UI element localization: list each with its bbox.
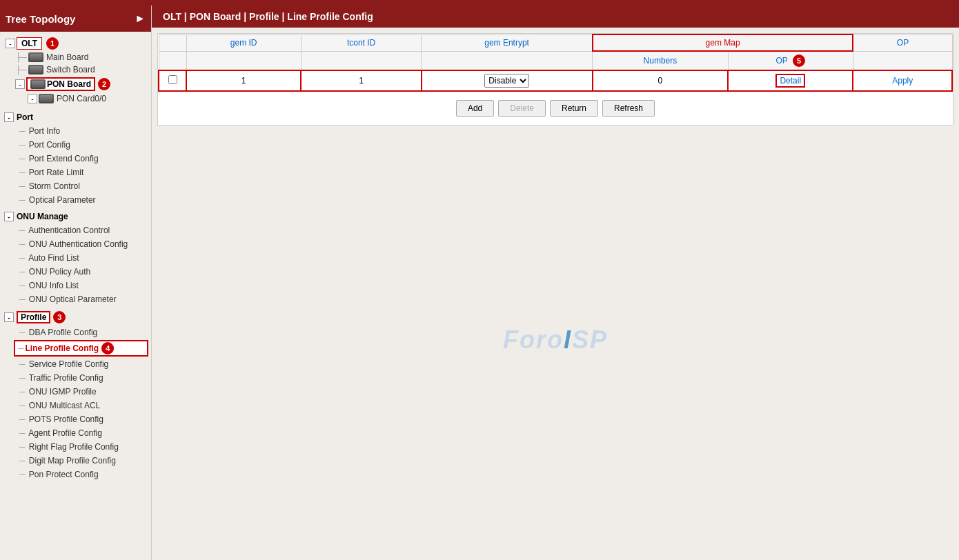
add-button[interactable]: Add: [456, 100, 494, 117]
col-sub-gem-id: [186, 51, 301, 70]
row-gem-id: 1: [186, 70, 301, 91]
pon-card-label: PON Card0/0: [57, 94, 106, 103]
pon-board-label: PON Board: [47, 79, 91, 89]
nav-digit-map-profile-config[interactable]: ─ Digit Map Profile Config: [0, 454, 151, 468]
nav-service-profile-config-label: Service Profile Config: [29, 359, 108, 369]
nav-pots-profile-config[interactable]: ─ POTS Profile Config: [0, 412, 151, 426]
nav-traffic-profile-config-label: Traffic Profile Config: [29, 373, 103, 383]
nav-onu-info-list[interactable]: ─ ONU Info List: [0, 279, 151, 292]
badge-5: 5: [793, 54, 805, 67]
nav-traffic-profile-config[interactable]: ─ Traffic Profile Config: [0, 371, 151, 385]
tree-node-main-board[interactable]: ├─ Main Board: [3, 51, 148, 63]
nav-port-header[interactable]: - Port: [0, 110, 151, 124]
nav-line-profile-config-label: Line Profile Config: [26, 343, 99, 353]
nav-onu-igmp-profile-label: ONU IGMP Profile: [29, 387, 97, 397]
nav-onu-info-list-label: ONU Info List: [29, 281, 79, 290]
col-gem-id: gem ID: [186, 34, 301, 51]
nav-right-flag-profile-config[interactable]: ─ Right Flag Profile Config: [0, 440, 151, 454]
nav-auto-find-list-label: Auto Find List: [28, 253, 79, 263]
button-row: Add Delete Return Refresh: [158, 92, 953, 125]
col-sub-tcont-id: [301, 51, 421, 70]
nav-port-label: Port: [17, 112, 33, 122]
nav-agent-profile-config[interactable]: ─ Agent Profile Config: [0, 426, 151, 440]
pon-board-box[interactable]: PON Board: [26, 77, 95, 91]
col-sub-op2: [853, 51, 952, 70]
nav-onu-auth-config[interactable]: ─ ONU Authentication Config: [0, 237, 151, 251]
badge-3: 3: [53, 311, 66, 323]
tree-node-pon-board[interactable]: - PON Board 2: [3, 76, 148, 92]
col-gem-encrypt: gem Entrypt: [422, 34, 593, 51]
tree-toggle-pon-card[interactable]: -: [28, 94, 37, 103]
delete-button[interactable]: Delete: [498, 100, 546, 117]
nav-auto-find-list[interactable]: ─ Auto Find List: [0, 251, 151, 265]
nav-onu-manage-label: ONU Manage: [17, 212, 68, 221]
row-apply-cell: Apply: [853, 70, 952, 91]
nav-agent-profile-config-label: Agent Profile Config: [28, 428, 102, 438]
sidebar-collapse-button[interactable]: ►: [135, 12, 146, 25]
nav-auth-control-label: Authentication Control: [28, 226, 110, 235]
row-gem-encrypt-select[interactable]: Disable Enable: [484, 74, 529, 88]
nav-onu-optical-param[interactable]: ─ ONU Optical Parameter: [0, 292, 151, 306]
tree-node-switch-board[interactable]: ├─ Switch Board: [3, 63, 148, 76]
col-gem-map-header: gem Map: [593, 34, 853, 51]
tree-node-pon-card[interactable]: - PON Card0/0: [3, 92, 148, 105]
sidebar: Tree Topology ► - OLT 1 ├─ Main Board ├─: [0, 6, 152, 560]
nav-port-info-label: Port Info: [29, 126, 60, 136]
col-tcont-id: tcont ID: [301, 34, 421, 51]
nav-port-section: - Port ─ Port Info ─ Port Config ─ Port …: [0, 109, 151, 208]
nav-onu-auth-config-label: ONU Authentication Config: [29, 239, 128, 249]
tree-toggle-olt[interactable]: -: [6, 39, 15, 48]
nav-port-extend-config[interactable]: ─ Port Extend Config: [0, 152, 151, 166]
row-tcont-id: 1: [301, 70, 421, 91]
nav-storm-control[interactable]: ─ Storm Control: [0, 179, 151, 193]
nav-onu-igmp-profile[interactable]: ─ ONU IGMP Profile: [0, 385, 151, 399]
nav-port-rate-limit[interactable]: ─ Port Rate Limit: [0, 166, 151, 179]
sidebar-title: Tree Topology: [6, 13, 75, 25]
nav-onu-policy-auth[interactable]: ─ ONU Policy Auth: [0, 265, 151, 279]
pon-board-icon: [30, 79, 46, 89]
nav-port-info[interactable]: ─ Port Info: [0, 124, 151, 138]
nav-port-extend-config-label: Port Extend Config: [29, 154, 99, 163]
nav-right-flag-profile-config-label: Right Flag Profile Config: [29, 442, 119, 452]
nav-port-config-label: Port Config: [29, 140, 70, 150]
breadcrumb: OLT | PON Board | Profile | Line Profile…: [152, 6, 959, 28]
olt-box[interactable]: OLT: [17, 37, 42, 50]
nav-dba-profile-config[interactable]: ─ DBA Profile Config: [0, 326, 151, 339]
nav-line-profile-config[interactable]: ─ Line Profile Config 4: [14, 340, 148, 357]
refresh-button[interactable]: Refresh: [602, 100, 655, 117]
row-detail-cell: Detail: [728, 70, 853, 91]
main-board-icon: [28, 52, 43, 62]
watermark: ForoISP: [157, 126, 953, 554]
row-numbers: 0: [593, 70, 728, 91]
nav-pots-profile-config-label: POTS Profile Config: [29, 414, 103, 424]
nav-onu-multicast-acl[interactable]: ─ ONU Multicast ACL: [0, 399, 151, 412]
nav-auth-control[interactable]: ─ Authentication Control: [0, 223, 151, 237]
tree-toggle-pon-board[interactable]: -: [15, 79, 25, 89]
nav-service-profile-config[interactable]: ─ Service Profile Config: [0, 357, 151, 371]
nav-profile-header[interactable]: - Profile 3: [0, 309, 151, 326]
detail-link[interactable]: Detail: [775, 74, 805, 88]
row-checkbox-cell[interactable]: [159, 70, 186, 91]
nav-profile-label: Profile: [17, 311, 50, 323]
pon-card-icon: [39, 94, 54, 103]
badge-2: 2: [98, 78, 110, 90]
col-op: OP: [853, 34, 952, 51]
nav-dba-profile-config-label: DBA Profile Config: [29, 328, 97, 337]
tree-node-olt[interactable]: - OLT 1: [3, 36, 148, 51]
row-gem-encrypt-cell: Disable Enable: [422, 70, 593, 91]
breadcrumb-olt: OLT: [163, 11, 181, 22]
nav-onu-manage-section: - ONU Manage ─ Authentication Control ─ …: [0, 208, 151, 308]
return-button[interactable]: Return: [550, 100, 598, 117]
apply-link[interactable]: Apply: [892, 76, 913, 86]
row-checkbox[interactable]: [168, 75, 177, 84]
nav-onu-manage-header[interactable]: - ONU Manage: [0, 210, 151, 223]
watermark-text: ForoISP: [503, 326, 608, 354]
breadcrumb-line-profile: Line Profile Config: [287, 11, 373, 22]
nav-port-config[interactable]: ─ Port Config: [0, 138, 151, 152]
nav-profile-section: - Profile 3 ─ DBA Profile Config ─ Line …: [0, 308, 151, 483]
nav-pon-protect-config-label: Pon Protect Config: [29, 470, 99, 479]
col-sub-empty: [159, 51, 186, 70]
nav-optical-parameter[interactable]: ─ Optical Parameter: [0, 193, 151, 207]
breadcrumb-profile: Profile: [249, 11, 279, 22]
nav-pon-protect-config[interactable]: ─ Pon Protect Config: [0, 468, 151, 481]
